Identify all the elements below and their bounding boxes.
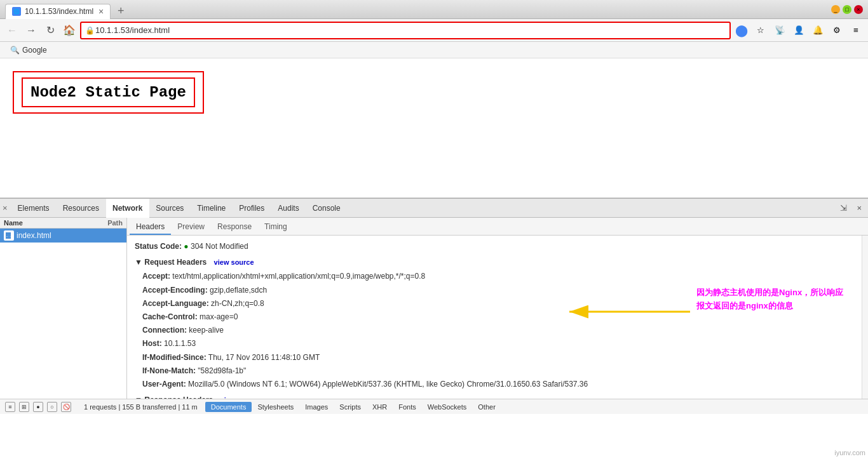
- chrome-icon[interactable]: ⬤: [733, 22, 750, 39]
- filter-stylesheets[interactable]: Stylesheets: [252, 402, 299, 412]
- devtools-close-x[interactable]: ×: [853, 203, 865, 213]
- tab-console[interactable]: Console: [306, 199, 348, 218]
- filter-websockets[interactable]: WebSockets: [422, 402, 473, 412]
- new-tab-button[interactable]: +: [113, 4, 128, 19]
- bottom-icon-1[interactable]: ≡: [5, 402, 15, 412]
- detail-tab-timing[interactable]: Timing: [258, 218, 294, 235]
- user-agent-row: User-Agent: Mozilla/5.0 (Windows NT 6.1;…: [135, 378, 860, 390]
- filter-tabs: Documents Stylesheets Images Scripts XHR…: [205, 402, 501, 412]
- bottom-icon-4[interactable]: ○: [47, 402, 57, 412]
- profile-icon[interactable]: 👤: [790, 22, 807, 39]
- home-button[interactable]: 🏠: [61, 22, 78, 39]
- if-none-match-value: "582d98fa-1b": [198, 366, 246, 375]
- if-none-match-row: If-None-Match: "582d98fa-1b": [135, 365, 860, 377]
- connection-value: keep-alive: [189, 326, 224, 335]
- if-modified-since-label: If-Modified-Since:: [142, 353, 207, 362]
- accept-value: text/html,application/xhtml+xml,applicat…: [172, 272, 425, 281]
- back-button[interactable]: ←: [4, 22, 20, 39]
- lock-icon: 🔒: [85, 26, 95, 35]
- close-window-button[interactable]: ×: [854, 5, 863, 14]
- filter-other[interactable]: Other: [472, 402, 501, 412]
- cache-control-value: max-age=0: [200, 312, 238, 321]
- accept-encoding-label: Accept-Encoding:: [142, 286, 208, 295]
- detail-tab-headers[interactable]: Headers: [130, 218, 171, 235]
- accept-encoding-value: gzip,deflate,sdch: [210, 286, 267, 295]
- status-text: 304 Not Modified: [191, 242, 248, 251]
- view-source-response[interactable]: view source: [220, 396, 261, 399]
- filter-scripts[interactable]: Scripts: [334, 402, 367, 412]
- response-headers-label: Response Headers: [144, 396, 213, 399]
- network-list-header: Name Path: [0, 218, 126, 229]
- filter-documents[interactable]: Documents: [205, 402, 252, 412]
- browser-tab[interactable]: 🌐 10.1.1.53/index.html ×: [5, 4, 111, 19]
- page-content: Node2 Static Page: [0, 58, 868, 198]
- minimize-button[interactable]: _: [831, 5, 840, 14]
- menu-icon[interactable]: ≡: [848, 22, 864, 39]
- bottom-icon-5[interactable]: 🚫: [61, 402, 71, 412]
- maximize-button[interactable]: □: [843, 5, 851, 14]
- detail-scrollbar[interactable]: [862, 236, 868, 399]
- bookmark-star-icon[interactable]: ☆: [752, 22, 769, 39]
- tab-audits[interactable]: Audits: [271, 199, 306, 218]
- devtools-undock-button[interactable]: ⇲: [836, 203, 851, 213]
- request-headers-section: ▼ Request Headers view source: [135, 256, 860, 269]
- bookmark-google[interactable]: 🔍 Google: [5, 46, 52, 55]
- tab-title: 10.1.1.53/index.html: [25, 7, 93, 16]
- refresh-button[interactable]: ↻: [42, 22, 58, 39]
- cast-icon[interactable]: 📡: [771, 22, 788, 39]
- svg-text:←→: ←→: [6, 234, 12, 238]
- triangle-icon2: ▼: [135, 396, 144, 399]
- detail-tab-response[interactable]: Response: [211, 218, 258, 235]
- file-icon: ←→: [4, 230, 14, 241]
- bookmark-google-label: Google: [22, 46, 47, 55]
- devtools-close-button[interactable]: ×: [3, 203, 8, 213]
- page-heading: Node2 Static Page: [22, 77, 195, 107]
- triangle-icon: ▼: [135, 258, 144, 267]
- filter-images[interactable]: Images: [299, 402, 334, 412]
- request-headers-label: Request Headers: [144, 258, 207, 267]
- accept-row: Accept: text/html,application/xhtml+xml,…: [135, 270, 860, 283]
- detail-tabs: Headers Preview Response Timing: [127, 218, 868, 236]
- filter-fonts[interactable]: Fonts: [393, 402, 422, 412]
- tab-bar: 🌐 10.1.1.53/index.html × +: [5, 0, 128, 19]
- devtools-right-controls: ⇲ ×: [836, 203, 865, 213]
- status-code-row: Status Code: ● 304 Not Modified: [135, 241, 860, 253]
- filter-xhr[interactable]: XHR: [367, 402, 393, 412]
- host-value: 10.1.1.53: [164, 339, 196, 348]
- network-list: Name Path ←→ index.html: [0, 218, 127, 399]
- detail-tab-preview[interactable]: Preview: [171, 218, 211, 235]
- accept-language-label: Accept-Language:: [142, 299, 209, 308]
- bell-icon[interactable]: 🔔: [810, 22, 826, 39]
- cache-control-row: Cache-Control: max-age=0: [135, 311, 860, 323]
- forward-button[interactable]: →: [23, 22, 39, 39]
- bottom-icon-2[interactable]: ⊞: [19, 402, 29, 412]
- tab-resources[interactable]: Resources: [57, 199, 106, 218]
- devtools-tabs: × Elements Resources Network Sources Tim…: [0, 199, 868, 218]
- tab-timeline[interactable]: Timeline: [191, 199, 233, 218]
- network-list-item[interactable]: ←→ index.html: [0, 229, 126, 243]
- titlebar: 🌐 10.1.1.53/index.html × + _ □ ×: [0, 0, 868, 19]
- status-code-label: Status Code:: [135, 242, 182, 251]
- cache-control-label: Cache-Control:: [142, 312, 198, 321]
- host-row: Host: 10.1.1.53: [135, 338, 860, 350]
- col-path-header: Path: [107, 219, 123, 227]
- network-file-name: index.html: [17, 231, 51, 240]
- address-input[interactable]: [81, 23, 729, 38]
- tab-sources[interactable]: Sources: [149, 199, 191, 218]
- status-dot: ●: [184, 242, 191, 251]
- nav-right-icons: ⬤ ☆ 📡 👤 🔔 ⚙ ≡: [733, 22, 864, 39]
- view-source-request[interactable]: view source: [214, 258, 254, 266]
- annotation-text: 因为静态主机使用的是Nginx，所以响应报文返回的是nginx的信息: [696, 288, 843, 310]
- tab-profiles[interactable]: Profiles: [233, 199, 271, 218]
- tab-close-button[interactable]: ×: [98, 6, 104, 17]
- address-bar-wrapper: 🔒: [80, 22, 731, 39]
- devtools-panel: × Elements Resources Network Sources Tim…: [0, 198, 868, 414]
- tab-network[interactable]: Network: [106, 199, 149, 218]
- settings-icon[interactable]: ⚙: [829, 22, 845, 39]
- watermark: iyunv.com: [834, 449, 865, 456]
- if-modified-since-row: If-Modified-Since: Thu, 17 Nov 2016 11:4…: [135, 352, 860, 364]
- bottom-icon-3[interactable]: ●: [33, 402, 43, 412]
- navigation-bar: ← → ↻ 🏠 🔒 ⬤ ☆ 📡 👤 🔔 ⚙ ≡: [0, 19, 868, 42]
- annotation-block: 因为静态主机使用的是Nginx，所以响应报文返回的是nginx的信息: [696, 286, 849, 313]
- tab-elements[interactable]: Elements: [11, 199, 57, 218]
